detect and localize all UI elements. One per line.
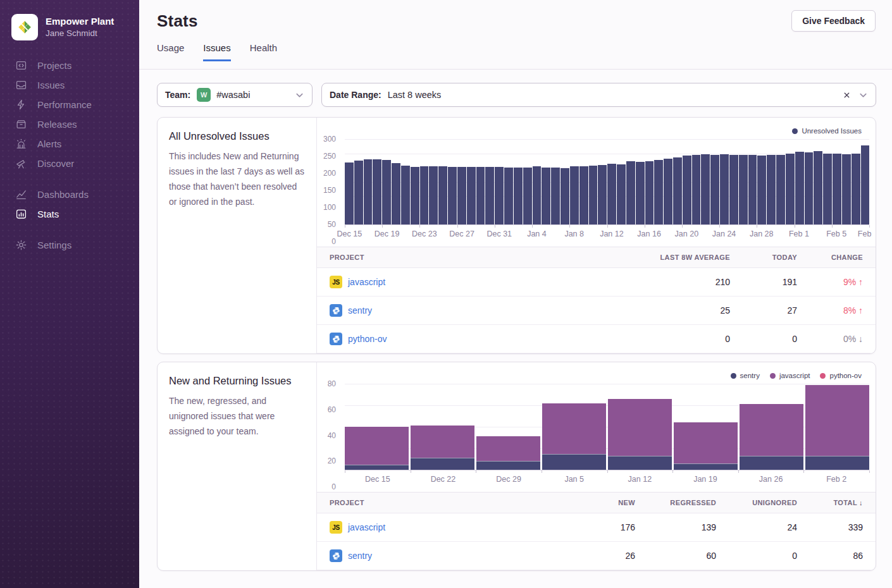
bar	[420, 166, 429, 224]
table-row: sentry 25 27 8% ↑	[317, 297, 876, 325]
legend-item[interactable]: javascript	[770, 372, 810, 379]
new-returning-chart-xaxis: Dec 15Dec 22Dec 29Jan 5Jan 12Jan 19Jan 2…	[345, 470, 869, 487]
date-range-label: Date Range:	[330, 90, 381, 100]
sidebar-item-releases[interactable]: Releases	[0, 114, 139, 134]
column-unignored[interactable]: UNIGNORED	[729, 493, 810, 513]
sidebar-item-dashboards[interactable]: Dashboards	[0, 185, 139, 204]
new-returning-chart-legend: sentryjavascriptpython-ov	[317, 370, 869, 381]
project-link[interactable]: javascript	[348, 522, 385, 532]
tab-health[interactable]: Health	[250, 42, 277, 61]
bar	[786, 154, 795, 224]
bar	[533, 166, 542, 224]
project-link[interactable]: javascript	[348, 277, 385, 287]
trend-arrow-icon: ↓	[858, 334, 863, 344]
discover-icon	[15, 157, 27, 170]
javascript-platform-icon: JS	[330, 276, 342, 288]
projects-icon	[15, 59, 27, 72]
column-last-8w-average: LAST 8W AVERAGE	[610, 247, 743, 268]
stacked-bar	[674, 384, 738, 470]
chart-area: 020406080 Dec 15Dec 22Dec 29Jan 5Jan 12J…	[317, 384, 869, 487]
bar	[476, 167, 485, 224]
bar	[654, 160, 663, 224]
bar	[805, 152, 814, 224]
bar	[429, 166, 438, 224]
legend-item[interactable]: sentry	[731, 372, 760, 379]
bar-segment-sentry	[805, 456, 869, 470]
bar-segment-javascript	[805, 385, 869, 456]
sidebar-item-discover[interactable]: Discover	[0, 154, 139, 173]
sidebar-item-performance[interactable]: Performance	[0, 95, 139, 114]
panel-main: Unresolved Issues 050100150200250300 Dec…	[317, 118, 876, 353]
page-title: Stats	[157, 11, 876, 31]
page-header: Stats Give Feedback Usage Issues Health	[139, 0, 892, 70]
project-link[interactable]: sentry	[348, 551, 372, 561]
unresolved-chart-legend: Unresolved Issues	[317, 125, 869, 137]
new-returning-chart-plot[interactable]	[345, 384, 869, 470]
panel-main: sentryjavascriptpython-ov 020406080 Dec …	[317, 362, 876, 570]
bar	[457, 167, 466, 224]
sidebar-item-projects[interactable]: Projects	[0, 56, 139, 75]
python-platform-icon	[330, 333, 342, 345]
panel-new-returning-issues: New and Returning Issues The new, regres…	[157, 362, 876, 571]
bar	[861, 145, 870, 224]
bar-segment-javascript	[345, 427, 409, 465]
bar	[570, 166, 579, 224]
table-row: JSjavascript 176 139 24 339	[317, 513, 876, 542]
tab-usage[interactable]: Usage	[157, 42, 184, 61]
org-switcher[interactable]: Empower Plant Jane Schmidt	[0, 11, 139, 52]
bar	[852, 154, 860, 224]
legend-item[interactable]: Unresolved Issues	[792, 127, 862, 135]
bar	[401, 166, 410, 224]
unresolved-chart-plot[interactable]	[345, 139, 869, 225]
bar	[354, 161, 363, 224]
issues-icon	[15, 79, 27, 92]
stacked-bar	[411, 384, 474, 470]
give-feedback-button[interactable]: Give Feedback	[791, 10, 876, 32]
bar	[833, 154, 841, 224]
column-total[interactable]: TOTAL↓	[810, 493, 876, 513]
sidebar-item-settings[interactable]: Settings	[0, 235, 139, 255]
bar-segment-sentry	[345, 465, 409, 470]
unresolved-chart: Unresolved Issues 050100150200250300 Dec…	[317, 118, 876, 242]
bar	[673, 157, 682, 224]
trend-arrow-icon: ↑	[858, 277, 863, 287]
avg-value: 0	[610, 325, 743, 353]
bar	[514, 168, 523, 224]
new-returning-chart: sentryjavascriptpython-ov 020406080 Dec …	[317, 362, 876, 487]
bar	[823, 154, 832, 224]
bar	[645, 161, 654, 224]
stats-icon	[15, 208, 27, 221]
sidebar-item-label: Settings	[37, 240, 71, 250]
sidebar-item-issues[interactable]: Issues	[0, 75, 139, 95]
clear-date-range-icon[interactable]	[843, 91, 851, 99]
bar	[438, 166, 447, 224]
regressed-value: 139	[648, 513, 729, 542]
bar-segment-javascript	[608, 399, 672, 456]
bar-segment-javascript	[476, 436, 540, 461]
bar-segment-sentry	[411, 458, 474, 470]
sidebar-item-stats[interactable]: Stats	[0, 204, 139, 224]
bar	[598, 165, 607, 225]
column-regressed[interactable]: REGRESSED	[648, 493, 729, 513]
content: Team: W #wasabi Date Range: Last 8 weeks…	[139, 70, 892, 588]
tab-issues[interactable]: Issues	[203, 42, 230, 61]
new-value: 26	[578, 542, 648, 570]
bar-segment-javascript	[411, 426, 474, 458]
alerts-icon	[15, 138, 27, 150]
bar-segment-sentry	[542, 454, 606, 470]
stacked-bar	[740, 384, 803, 470]
team-select[interactable]: Team: W #wasabi	[157, 83, 313, 107]
sidebar-item-alerts[interactable]: Alerts	[0, 134, 139, 154]
project-link[interactable]: sentry	[348, 305, 372, 315]
stacked-bar	[608, 384, 672, 470]
project-link[interactable]: python-ov	[348, 334, 387, 344]
unresolved-chart-xaxis: Dec 15Dec 19Dec 23Dec 27Dec 31Jan 4Jan 8…	[345, 225, 869, 242]
legend-item[interactable]: python-ov	[820, 372, 862, 379]
stacked-bar	[805, 384, 869, 470]
nav-divider	[0, 224, 139, 235]
column-new[interactable]: NEW	[578, 493, 648, 513]
panel-description: This includes New and Returning issues i…	[169, 149, 305, 209]
date-range-select[interactable]: Date Range: Last 8 weeks	[321, 83, 876, 107]
sidebar-nav: Projects Issues Performance Releases Ale…	[0, 52, 139, 255]
chevron-down-icon	[295, 90, 304, 100]
